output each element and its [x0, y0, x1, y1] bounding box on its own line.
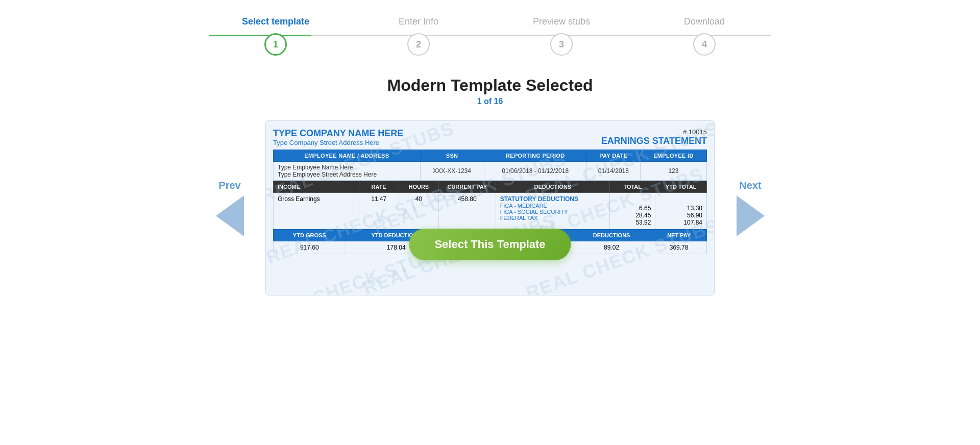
deduction-fica-ss: FICA - SOCIAL SECURITY — [500, 209, 605, 215]
pay-date-header: PAY DATE — [586, 150, 640, 162]
reporting-period-value: 01/06/2018 - 01/12/2018 — [484, 162, 586, 181]
fica-medicare-ytd: 13.30 — [659, 205, 702, 212]
ssn-header: SSN — [420, 150, 484, 162]
gross-hours: 40 — [399, 193, 438, 229]
page-title: Modern Template Selected — [387, 76, 593, 95]
federal-tax-ytd: 107.84 — [659, 219, 702, 226]
next-label: Next — [739, 180, 761, 191]
fica-ss-total: 28.45 — [614, 212, 651, 219]
income-col-header: INCOME — [274, 181, 359, 193]
stub-info-right: # 10015 EARNINGS STATEMENT — [601, 128, 707, 146]
step-3[interactable]: Preview stubs 3 — [490, 16, 633, 56]
stub-header: TYPE COMPANY NAME HERE Type Company Stre… — [273, 128, 707, 146]
template-card-wrapper: Prev REAL CHECK STUBS REAL CHECK STUBS R… — [214, 120, 766, 295]
employee-name-cell: Type Employee Name Here Type Employee St… — [274, 162, 421, 181]
gross-rate: 11.47 — [359, 193, 399, 229]
federal-tax-total: 53.92 — [614, 219, 651, 226]
pay-date-value: 01/14/2018 — [586, 162, 640, 181]
prev-arrow[interactable]: Prev — [214, 180, 245, 236]
employee-name: Type Employee Name Here — [278, 164, 416, 171]
step-2-label: Enter Info — [399, 16, 438, 27]
step-4[interactable]: Download 4 — [633, 16, 776, 56]
step-1-label: Select template — [242, 16, 309, 27]
deductions-header: DEDUCTIONS — [572, 230, 651, 241]
total-col-header: TOTAL — [610, 181, 655, 193]
reporting-period-header: REPORTING PERIOD — [484, 150, 586, 162]
deduction-federal-tax: FEDERAL TAX — [500, 215, 605, 221]
deductions-value: 89.02 — [572, 241, 651, 254]
step-4-label: Download — [684, 16, 725, 27]
gross-current-pay: 458.80 — [438, 193, 496, 229]
step-2[interactable]: Enter Info 2 — [347, 16, 490, 56]
rate-col-header: RATE — [359, 181, 399, 193]
hours-col-header: HOURS — [399, 181, 438, 193]
stub-number: # 10015 — [601, 128, 707, 136]
select-template-button[interactable]: Select This Template — [409, 229, 571, 260]
stub-card: REAL CHECK STUBS REAL CHECK STUBS REAL C… — [265, 120, 715, 295]
deduction-fica-medicare: FICA - MEDICARE — [500, 203, 605, 209]
current-pay-col-header: CURRENT PAY — [438, 181, 496, 193]
earnings-statement: EARNINGS STATEMENT — [601, 136, 707, 146]
prev-chevron — [214, 195, 245, 236]
company-name: TYPE COMPANY NAME HERE — [273, 128, 403, 139]
net-pay-header: NET PAY — [651, 230, 707, 241]
statutory-deductions-label: STATUTORY DEDUCTIONS — [500, 195, 605, 203]
right-arrow-icon — [737, 195, 765, 236]
ytd-gross-header: YTD GROSS — [274, 230, 346, 241]
fica-ss-ytd: 56.90 — [659, 212, 702, 219]
fica-medicare-total: 6.65 — [614, 205, 651, 212]
net-pay-value: 369.78 — [651, 241, 707, 254]
employee-id-value: 123 — [640, 162, 706, 181]
company-address: Type Company Street Address Here — [273, 139, 403, 146]
main-content: Modern Template Selected 1 of 16 Prev RE… — [0, 66, 980, 295]
ytd-total-col-header: YTD TOTAL — [655, 181, 707, 193]
step-1-circle: 1 — [264, 33, 287, 56]
employee-info-table: EMPLOYEE NAME / ADDRESS SSN REPORTING PE… — [273, 150, 707, 181]
prev-label: Prev — [218, 180, 240, 191]
employee-id-header: EMPLOYEE ID — [640, 150, 706, 162]
step-3-circle: 3 — [550, 33, 573, 56]
step-4-circle: 4 — [693, 33, 716, 56]
next-chevron — [735, 195, 766, 236]
select-btn-wrapper: Select This Template — [409, 229, 571, 260]
step-2-circle: 2 — [407, 33, 430, 56]
deductions-col-header: DEDUCTIONS — [496, 181, 609, 193]
deductions-total-cell: 6.65 28.45 53.92 — [610, 193, 655, 229]
ssn-value: XXX-XX-1234 — [420, 162, 484, 181]
step-1[interactable]: Select template 1 — [204, 16, 347, 56]
page-subtitle: 1 of 16 — [477, 97, 503, 106]
employee-address: Type Employee Street Address Here — [278, 171, 416, 178]
ytd-gross-value: 917.60 — [274, 241, 346, 254]
income-table: INCOME RATE HOURS CURRENT PAY DEDUCTIONS… — [273, 181, 707, 229]
bottom-spacer — [273, 254, 707, 295]
left-arrow-icon — [216, 195, 244, 236]
company-info: TYPE COMPANY NAME HERE Type Company Stre… — [273, 128, 403, 146]
deductions-cell: STATUTORY DEDUCTIONS FICA - MEDICARE FIC… — [496, 193, 609, 229]
next-arrow[interactable]: Next — [735, 180, 766, 236]
deductions-ytd-cell: 13.30 56.90 107.84 — [655, 193, 707, 229]
stepper: Select template 1 Enter Info 2 Preview s… — [0, 0, 980, 66]
gross-earnings-label: Gross Earnings — [274, 193, 359, 229]
step-3-label: Preview stubs — [533, 16, 590, 27]
employee-header: EMPLOYEE NAME / ADDRESS — [274, 150, 421, 162]
